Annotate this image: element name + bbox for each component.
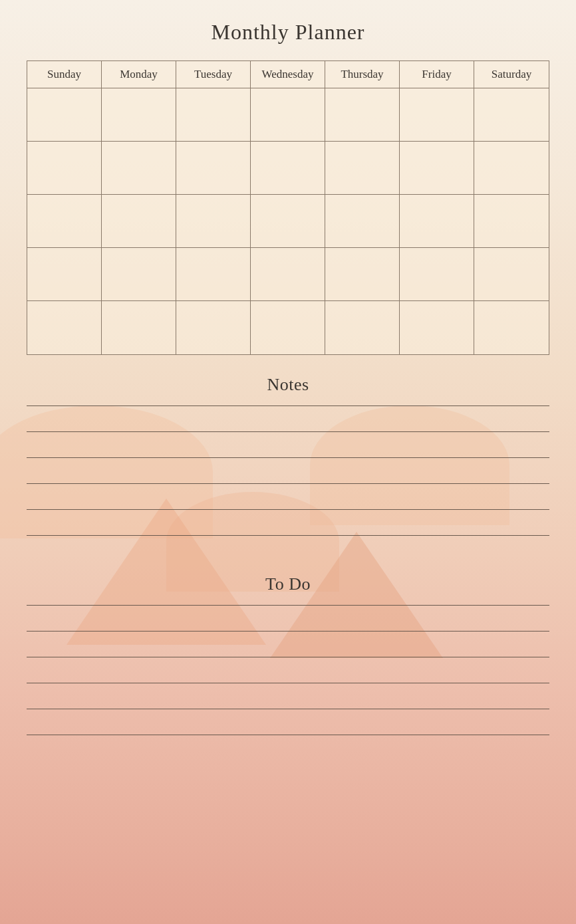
cell-2-3[interactable] [176,142,251,194]
cell-5-1[interactable] [27,301,102,354]
cell-5-2[interactable] [102,301,176,354]
todo-line-2 [27,631,549,632]
notes-line-6 [27,535,549,536]
cell-3-3[interactable] [176,195,251,247]
cell-2-2[interactable] [102,142,176,194]
notes-line-4 [27,483,549,484]
cell-5-4[interactable] [251,301,325,354]
cell-4-2[interactable] [102,248,176,300]
header-saturday: Saturday [474,61,549,88]
cell-3-6[interactable] [400,195,474,247]
cell-5-5[interactable] [325,301,400,354]
todo-title: To Do [27,574,549,594]
cell-1-4[interactable] [251,88,325,141]
todo-line-6 [27,735,549,735]
cell-4-3[interactable] [176,248,251,300]
todo-line-4 [27,683,549,683]
cell-2-6[interactable] [400,142,474,194]
header-friday: Friday [400,61,474,88]
notes-line-1 [27,405,549,406]
cell-1-2[interactable] [102,88,176,141]
calendar-row-1 [27,88,549,142]
calendar-row-5 [27,301,549,354]
cell-2-4[interactable] [251,142,325,194]
cell-3-4[interactable] [251,195,325,247]
notes-lines [27,405,549,561]
header-wednesday: Wednesday [251,61,325,88]
cell-2-7[interactable] [474,142,549,194]
cell-1-7[interactable] [474,88,549,141]
todo-line-1 [27,605,549,606]
cell-2-1[interactable] [27,142,102,194]
cell-5-7[interactable] [474,301,549,354]
cell-1-1[interactable] [27,88,102,141]
cell-4-5[interactable] [325,248,400,300]
cell-3-1[interactable] [27,195,102,247]
calendar-body [27,88,549,354]
header-thursday: Thursday [325,61,400,88]
cell-4-7[interactable] [474,248,549,300]
page-title: Monthly Planner [27,20,549,45]
cell-2-5[interactable] [325,142,400,194]
cell-1-3[interactable] [176,88,251,141]
header-sunday: Sunday [27,61,102,88]
todo-lines [27,605,549,760]
cell-1-5[interactable] [325,88,400,141]
cell-3-2[interactable] [102,195,176,247]
cell-4-6[interactable] [400,248,474,300]
cell-5-6[interactable] [400,301,474,354]
cell-4-4[interactable] [251,248,325,300]
todo-line-5 [27,709,549,709]
notes-line-2 [27,431,549,432]
header-tuesday: Tuesday [176,61,251,88]
header-monday: Monday [102,61,176,88]
calendar-row-2 [27,142,549,195]
day-headers-row: Sunday Monday Tuesday Wednesday Thursday… [27,61,549,88]
notes-line-3 [27,457,549,458]
calendar: Sunday Monday Tuesday Wednesday Thursday… [27,60,549,355]
cell-3-7[interactable] [474,195,549,247]
todo-section: To Do [27,574,549,760]
notes-title: Notes [27,375,549,395]
todo-line-3 [27,657,549,657]
notes-line-5 [27,509,549,510]
notes-section: Notes [27,375,549,561]
page-content: Monthly Planner Sunday Monday Tuesday We… [0,0,576,780]
cell-4-1[interactable] [27,248,102,300]
cell-5-3[interactable] [176,301,251,354]
calendar-row-3 [27,195,549,248]
calendar-row-4 [27,248,549,301]
cell-3-5[interactable] [325,195,400,247]
cell-1-6[interactable] [400,88,474,141]
